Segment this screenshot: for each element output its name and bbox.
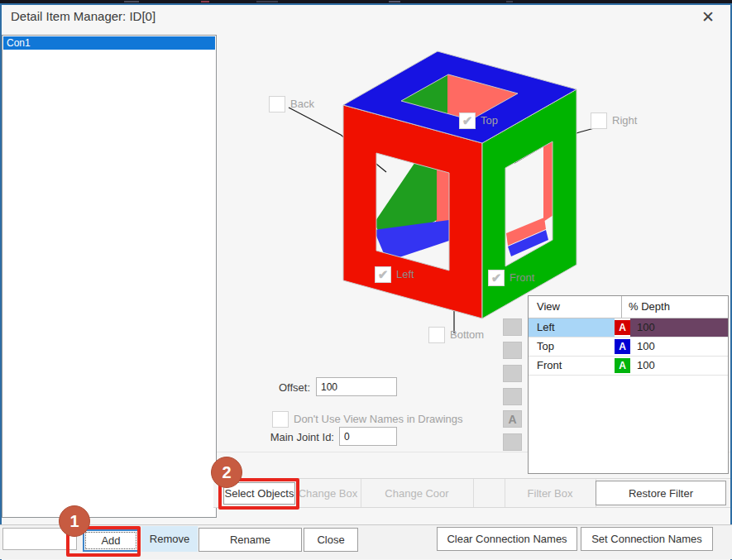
- depth-cell[interactable]: 100: [630, 318, 728, 337]
- list-item-con1[interactable]: Con1: [3, 36, 215, 50]
- focus-outline: [85, 532, 136, 549]
- add-button[interactable]: Add: [83, 529, 139, 552]
- tool-square-2[interactable]: [503, 342, 522, 359]
- remove-button[interactable]: Remove: [141, 526, 198, 552]
- rename-button[interactable]: Rename: [199, 528, 302, 552]
- offset-input[interactable]: [316, 377, 397, 396]
- check-icon: ✔: [462, 113, 473, 128]
- dialog-title: Detail Item Manager: ID[0]: [11, 9, 155, 23]
- view-cell[interactable]: Top: [529, 337, 615, 356]
- checkbox-front[interactable]: ✔ Front: [488, 270, 534, 286]
- depth-cell[interactable]: 100: [630, 337, 728, 356]
- action-bar: Select Objects Change Box Change Coor Fi…: [213, 478, 730, 508]
- checkbox-back[interactable]: Back: [269, 96, 314, 112]
- column-header-depth: % Depth: [622, 296, 728, 318]
- table-row[interactable]: Top A 100: [529, 337, 728, 357]
- tool-square-1[interactable]: [503, 318, 522, 336]
- view-cell[interactable]: Left: [529, 318, 615, 337]
- checkbox-right[interactable]: Right: [591, 112, 637, 129]
- main-joint-input[interactable]: [339, 427, 397, 446]
- view-depth-table: View % Depth Left A 100 Top A 100 Front …: [528, 295, 729, 474]
- select-objects-button[interactable]: Select Objects: [223, 482, 295, 505]
- color-badge: A: [615, 339, 630, 354]
- column-header-view: View: [529, 296, 622, 318]
- checkbox-dont-use-view-names[interactable]: Don't Use View Names in Drawings: [272, 411, 463, 428]
- background-window-sliver: [0, 0, 732, 3]
- restore-filter-button[interactable]: Restore Filter: [596, 481, 726, 505]
- checkbox-top-label: Top: [481, 112, 498, 129]
- checkbox-front-label: Front: [510, 270, 534, 286]
- bottom-bar: Add Remove Rename Close Clear Connection…: [0, 524, 732, 559]
- table-row[interactable]: Front A 100: [529, 357, 728, 376]
- depth-cell[interactable]: 100: [630, 357, 728, 375]
- clear-connection-names-button[interactable]: Clear Connection Names: [437, 527, 577, 551]
- change-box-button[interactable]: Change Box: [295, 479, 361, 507]
- check-icon: ✔: [491, 270, 502, 285]
- checkbox-right-label: Right: [612, 112, 637, 129]
- offset-label: Offset:: [256, 381, 310, 394]
- checkbox-bottom-label: Bottom: [450, 327, 484, 343]
- table-header: View % Depth: [529, 296, 728, 318]
- connection-list[interactable]: Con1: [2, 35, 217, 518]
- checkbox-back-label: Back: [290, 96, 314, 112]
- view-cell[interactable]: Front: [529, 357, 615, 375]
- change-coor-button[interactable]: Change Coor: [361, 479, 473, 507]
- color-badge: A: [615, 320, 630, 335]
- a-label: A: [508, 413, 516, 426]
- color-badge: A: [615, 358, 630, 373]
- set-connection-names-button[interactable]: Set Connection Names: [581, 527, 713, 551]
- table-row[interactable]: Left A 100: [529, 318, 728, 337]
- check-icon: ✔: [378, 267, 389, 282]
- close-icon[interactable]: ✕: [697, 6, 719, 27]
- tool-square-a[interactable]: A: [503, 410, 522, 428]
- tool-square-3[interactable]: [503, 365, 522, 382]
- main-joint-label: Main Joint Id:: [248, 431, 334, 443]
- dont-use-label: Don't Use View Names in Drawings: [294, 411, 463, 428]
- tool-square-6[interactable]: [503, 433, 522, 451]
- close-button[interactable]: Close: [304, 528, 358, 552]
- checkbox-top[interactable]: ✔ Top: [459, 112, 498, 129]
- checkbox-left[interactable]: ✔ Left: [375, 266, 414, 283]
- tool-square-4[interactable]: [503, 388, 522, 405]
- filter-box-button[interactable]: Filter Box: [505, 479, 596, 507]
- checkbox-left-label: Left: [396, 266, 414, 283]
- checkbox-bottom[interactable]: Bottom: [428, 327, 484, 343]
- new-connection-name-input[interactable]: [2, 528, 77, 550]
